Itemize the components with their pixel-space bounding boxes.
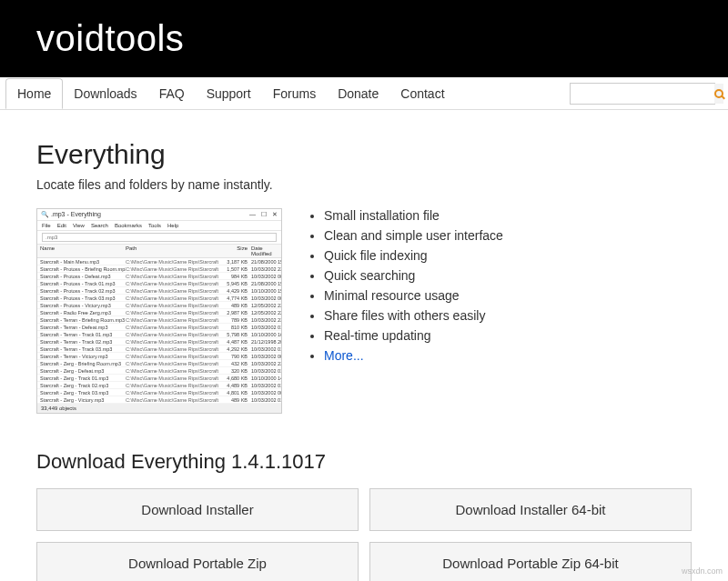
file-row: Starcraft - Terran - Track 03.mp3C:\Misc…: [37, 346, 281, 353]
search-icon: [714, 89, 723, 98]
nav-faq[interactable]: FAQ: [148, 79, 196, 108]
file-row: Starcraft - Terran - Track 01.mp3C:\Misc…: [37, 331, 281, 338]
file-row: Starcraft - Protoss - Briefing Room.mp3C…: [37, 265, 281, 273]
app-screenshot: 🔍 .mp3 - Everything —☐✕ FileEditViewSear…: [36, 208, 282, 414]
page-title: Everything: [36, 139, 692, 170]
feature-item: Minimal resource usage: [324, 288, 503, 303]
search-input[interactable]: [571, 87, 714, 100]
feature-item: Small installation file: [324, 208, 503, 223]
file-row: Starcraft - Terran - Briefing Room.mp3C:…: [37, 316, 281, 324]
minimize-icon: —: [249, 211, 256, 217]
download-heading: Download Everything 1.4.1.1017: [36, 450, 692, 474]
file-row: Starcraft - Protoss - Track 03.mp3C:\Mis…: [37, 295, 281, 302]
file-row: Starcraft - Protoss - Defeat.mp3C:\Misc\…: [37, 273, 281, 280]
download-button[interactable]: Download Portable Zip 64-bit: [369, 542, 692, 581]
main-nav: HomeDownloadsFAQSupportForumsDonateConta…: [0, 77, 728, 110]
file-row: Starcraft - Terran - Victory.mp3C:\Misc\…: [37, 353, 281, 360]
feature-item: Quick searching: [324, 268, 503, 283]
window-controls: —☐✕: [244, 211, 278, 218]
file-row: Starcraft - Terran - Defeat.mp3C:\Misc\G…: [37, 324, 281, 331]
close-icon: ✕: [272, 211, 278, 217]
nav-contact[interactable]: Contact: [389, 79, 455, 108]
nav-downloads[interactable]: Downloads: [63, 79, 147, 108]
file-row: Starcraft - Radio Free Zerg.mp3C:\Misc\G…: [37, 309, 281, 316]
download-button[interactable]: Download Installer: [36, 488, 359, 531]
feature-item: Real-time updating: [324, 328, 503, 343]
file-row: Starcraft - Protoss - Victory.mp3C:\Misc…: [37, 302, 281, 309]
file-row: Starcraft - Zerg - Track 01.mp3C:\Misc\G…: [37, 375, 281, 382]
site-search[interactable]: [570, 83, 715, 105]
download-button[interactable]: Download Installer 64-bit: [369, 488, 692, 531]
download-button[interactable]: Download Portable Zip: [36, 542, 359, 581]
file-row: Starcraft - Protoss - Track 01.mp3C:\Mis…: [37, 280, 281, 287]
file-row: Starcraft - Terran - Track 02.mp3C:\Misc…: [37, 338, 281, 346]
site-header: voidtools: [0, 0, 728, 77]
page-content: Everything Locate files and folders by n…: [0, 110, 728, 581]
feature-list: Small installation fileClean and simple …: [308, 208, 503, 368]
file-row: Starcraft - Zerg - Track 03.mp3C:\Misc\G…: [37, 389, 281, 396]
file-row: Starcraft - Protoss - Track 02.mp3C:\Mis…: [37, 287, 281, 295]
file-row: Starcraft - Zerg - Victory.mp3C:\Misc\Ga…: [37, 396, 281, 404]
feature-item: Quick file indexing: [324, 248, 503, 263]
feature-item: Clean and simple user interface: [324, 228, 503, 243]
search-button[interactable]: [714, 84, 723, 104]
nav-home[interactable]: Home: [5, 78, 63, 109]
download-grid: Download InstallerDownload Installer 64-…: [36, 488, 692, 581]
nav-forums[interactable]: Forums: [262, 79, 327, 108]
brand-logo[interactable]: voidtools: [36, 18, 692, 59]
file-row: Starcraft - Zerg - Track 02.mp3C:\Misc\G…: [37, 382, 281, 389]
feature-item: Share files with others easily: [324, 308, 503, 323]
maximize-icon: ☐: [261, 211, 267, 217]
file-row: Starcraft - Zerg - Briefing Room.mp3C:\M…: [37, 360, 281, 367]
file-row: Starcraft - Main Menu.mp3C:\Misc\Game Mu…: [37, 258, 281, 265]
nav-donate[interactable]: Donate: [327, 79, 389, 108]
nav-support[interactable]: Support: [196, 79, 262, 108]
page-subtitle: Locate files and folders by name instant…: [36, 177, 692, 192]
file-row: Starcraft - Zerg - Defeat.mp3C:\Misc\Gam…: [37, 367, 281, 375]
more-link[interactable]: More...: [324, 348, 364, 363]
watermark: wsxdn.com: [682, 566, 723, 576]
